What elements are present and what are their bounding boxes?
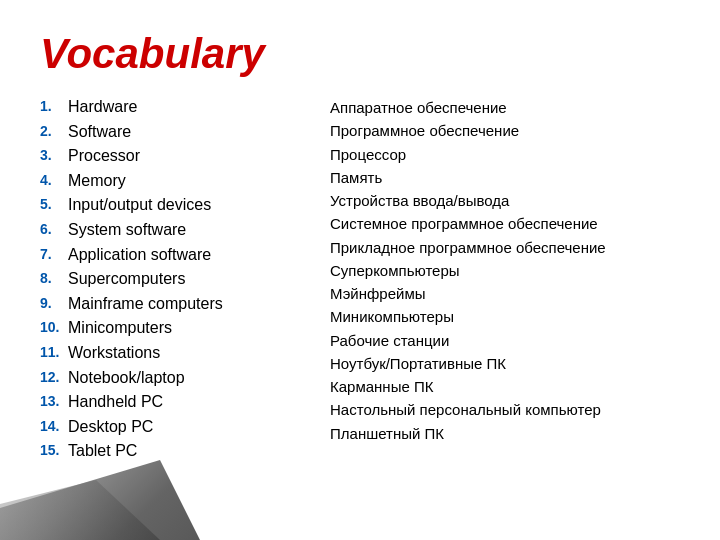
english-term-text: Notebook/laptop <box>68 367 185 389</box>
english-term-15: Tablet PC <box>40 440 300 462</box>
english-term-1: Hardware <box>40 96 300 118</box>
english-term-text: Minicomputers <box>68 317 172 339</box>
russian-translation-3: Процессор <box>330 143 680 166</box>
english-term-text: Input/output devices <box>68 194 211 216</box>
russian-translation-12: Ноутбук/Портативные ПК <box>330 352 680 375</box>
english-term-text: Mainframe computers <box>68 293 223 315</box>
english-term-5: Input/output devices <box>40 194 300 216</box>
english-term-text: Desktop PC <box>68 416 153 438</box>
english-term-11: Workstations <box>40 342 300 364</box>
russian-translation-7: Прикладное программное обеспечение <box>330 236 680 259</box>
english-term-text: Supercomputers <box>68 268 185 290</box>
english-term-14: Desktop PC <box>40 416 300 438</box>
russian-translation-8: Суперкомпьютеры <box>330 259 680 282</box>
page: Vocabulary HardwareSoftwareProcessorMemo… <box>0 0 720 540</box>
english-term-2: Software <box>40 121 300 143</box>
russian-translation-5: Устройства ввода/вывода <box>330 189 680 212</box>
english-term-text: Memory <box>68 170 126 192</box>
russian-translation-15: Планшетный ПК <box>330 422 680 445</box>
english-term-12: Notebook/laptop <box>40 367 300 389</box>
english-term-3: Processor <box>40 145 300 167</box>
english-term-text: Tablet PC <box>68 440 137 462</box>
russian-translation-1: Аппаратное обеспечение <box>330 96 680 119</box>
english-term-text: Handheld PC <box>68 391 163 413</box>
english-term-text: Hardware <box>68 96 137 118</box>
russian-translation-14: Настольный персональный компьютер <box>330 398 680 421</box>
page-title: Vocabulary <box>40 30 680 78</box>
russian-translation-6: Системное программное обеспечение <box>330 212 680 235</box>
russian-column: Аппаратное обеспечениеПрограммное обеспе… <box>330 96 680 465</box>
content-area: HardwareSoftwareProcessorMemoryInput/out… <box>40 96 680 465</box>
english-term-text: System software <box>68 219 186 241</box>
english-term-10: Minicomputers <box>40 317 300 339</box>
russian-translation-11: Рабочие станции <box>330 329 680 352</box>
english-column: HardwareSoftwareProcessorMemoryInput/out… <box>40 96 300 465</box>
english-term-text: Processor <box>68 145 140 167</box>
russian-translation-2: Программное обеспечение <box>330 119 680 142</box>
russian-translation-13: Карманные ПК <box>330 375 680 398</box>
english-term-8: Supercomputers <box>40 268 300 290</box>
russian-list: Аппаратное обеспечениеПрограммное обеспе… <box>330 96 680 445</box>
russian-translation-9: Мэйнфреймы <box>330 282 680 305</box>
english-term-7: Application software <box>40 244 300 266</box>
english-term-text: Workstations <box>68 342 160 364</box>
russian-translation-10: Миникомпьютеры <box>330 305 680 328</box>
english-term-text: Application software <box>68 244 211 266</box>
english-term-4: Memory <box>40 170 300 192</box>
english-term-text: Software <box>68 121 131 143</box>
russian-translation-4: Память <box>330 166 680 189</box>
english-term-13: Handheld PC <box>40 391 300 413</box>
english-list: HardwareSoftwareProcessorMemoryInput/out… <box>40 96 300 462</box>
english-term-9: Mainframe computers <box>40 293 300 315</box>
english-term-6: System software <box>40 219 300 241</box>
